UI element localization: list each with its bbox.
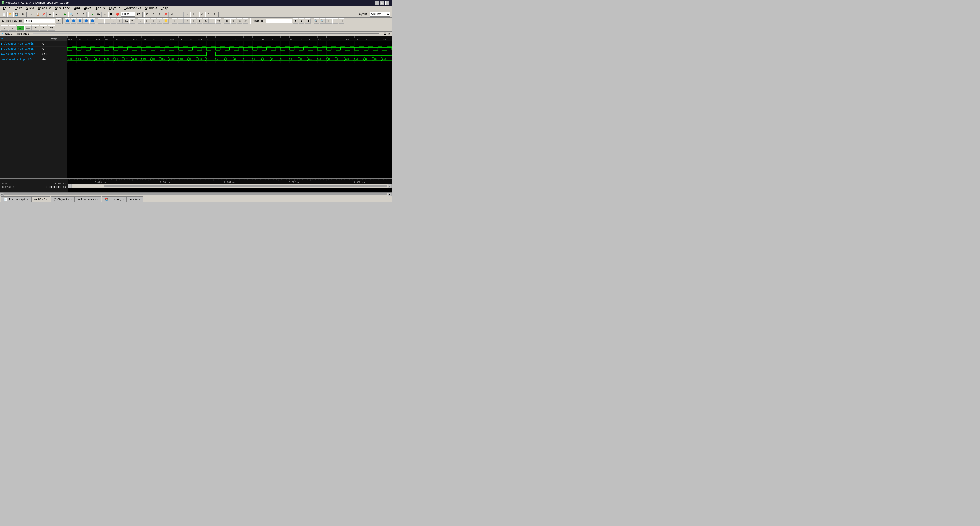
zoom-btn2[interactable]: ⊖	[231, 18, 236, 24]
sig-fmt4[interactable]: ▬▬	[24, 25, 32, 30]
zoom-out[interactable]: 🔍-	[320, 18, 326, 24]
sel-btn3[interactable]: ✛	[151, 18, 156, 24]
tab-wave-close[interactable]: ✕	[46, 198, 48, 201]
sim-btn3[interactable]: ⏭	[102, 12, 108, 17]
waveform-area[interactable]: 2412422432442452462472482492502512522532…	[67, 36, 391, 178]
sig-fmt1[interactable]: ▬	[1, 25, 8, 30]
scroll-left[interactable]: ◀	[68, 184, 72, 188]
menu-simulate[interactable]: Simulate	[53, 6, 72, 11]
close-button[interactable]: ✕	[385, 1, 390, 5]
fmt-btn2[interactable]: ↓	[178, 18, 184, 24]
step-button[interactable]: ⊞	[75, 12, 80, 17]
tab-transcript-close[interactable]: ✕	[27, 198, 28, 201]
sim-btn5[interactable]: 🔴	[115, 12, 120, 17]
collapse-btn[interactable]: ⬇	[184, 12, 190, 17]
scrollbar-track[interactable]	[72, 185, 387, 187]
menu-layout[interactable]: Layout	[107, 6, 122, 11]
wave-btn1[interactable]: ⊟	[144, 12, 150, 17]
zoom-btn4[interactable]: ≫	[243, 18, 248, 24]
sel-btn2[interactable]: ⊡	[144, 18, 150, 24]
menu-view[interactable]: View	[24, 6, 36, 11]
search-go[interactable]: ▶	[299, 18, 304, 24]
col-btn2[interactable]: 🔵	[71, 18, 76, 24]
scroll-right-main[interactable]: ▶	[388, 192, 391, 196]
paste-button[interactable]: 📌	[41, 12, 47, 17]
menu-tools[interactable]: Tools	[94, 6, 107, 11]
signal-row-cout[interactable]: /counter_top_tb/cout	[0, 52, 41, 57]
scroll-right[interactable]: ▶	[388, 184, 391, 188]
minimize-button[interactable]: _	[375, 1, 379, 5]
tab-wave[interactable]: 〜 Wave ✕	[31, 196, 50, 202]
expand-q-icon[interactable]: +	[0, 58, 2, 61]
run-button[interactable]: ▶	[62, 12, 68, 17]
cursor-btn3[interactable]: ⊙	[111, 18, 116, 24]
wave-btn5[interactable]: ⊗	[169, 12, 175, 17]
layout-select[interactable]: Simulate Debug	[370, 12, 390, 17]
wave-window-menu1[interactable]: ☰	[383, 32, 386, 35]
scrollbar-track-main[interactable]	[4, 193, 387, 195]
sig-fmt7[interactable]: ⌐¬	[48, 25, 55, 30]
sim-btn1[interactable]: ▶	[90, 12, 95, 17]
undo-button[interactable]: ↩	[47, 12, 53, 17]
fmt-btn1[interactable]: ↑	[172, 18, 178, 24]
sig-fmt3[interactable]: ▬	[17, 25, 24, 30]
sim-unit[interactable]: ▲▼	[135, 12, 141, 17]
tab-transcript[interactable]: 📄 Transcript ✕	[1, 196, 31, 202]
wave-btn2[interactable]: ⊞	[151, 12, 156, 17]
fmt-btn3[interactable]: ⇑	[184, 18, 190, 24]
menu-file[interactable]: File	[1, 6, 13, 11]
cut-button[interactable]: ✂	[29, 12, 34, 17]
ungroup-btn[interactable]: ⊖	[205, 12, 211, 17]
tab-sim-close[interactable]: ✕	[139, 198, 140, 201]
menu-wave[interactable]: Wave	[82, 6, 94, 11]
scroll-left-main[interactable]: ◀	[0, 192, 4, 196]
tab-objects[interactable]: ⬡ Objects ✕	[51, 196, 75, 202]
cursor-btn6[interactable]: ≡	[129, 18, 135, 24]
reorder-btn[interactable]: ↕	[212, 12, 217, 17]
open-button[interactable]: 📂	[7, 12, 13, 17]
sim-btn2[interactable]: ⏮	[96, 12, 102, 17]
find-button[interactable]: 🔍	[68, 12, 74, 17]
sig-fmt6[interactable]: ¬	[40, 25, 47, 30]
tab-processes-close[interactable]: ✕	[97, 198, 99, 201]
maximize-button[interactable]: □	[380, 1, 384, 5]
cursor-btn5[interactable]: ALL	[123, 18, 129, 24]
cursor-btn1[interactable]: |	[98, 18, 104, 24]
menu-edit[interactable]: Edit	[13, 6, 24, 11]
col-btn1[interactable]: 🔵	[65, 18, 70, 24]
search-prev[interactable]: ◀	[305, 18, 311, 24]
col-btn4[interactable]: 🔵	[83, 18, 89, 24]
save-button[interactable]: 💾	[13, 12, 19, 17]
menu-compile[interactable]: Compile	[36, 6, 53, 11]
new-button[interactable]: 📄	[1, 12, 7, 17]
fmt-btn8[interactable]: ⟺	[215, 18, 221, 24]
menu-window[interactable]: Window	[143, 6, 159, 11]
zoom-sel[interactable]: ⊟	[332, 18, 338, 24]
redo-button[interactable]: ↪	[53, 12, 59, 17]
sel-btn1[interactable]: ↖	[138, 18, 144, 24]
columnlayout-input[interactable]	[24, 19, 55, 23]
signal-row-q[interactable]: + /counter_top_tb/q	[0, 57, 41, 62]
tab-library[interactable]: 📚 Library ✕	[102, 196, 127, 202]
zoom-curs[interactable]: ⊡	[339, 18, 344, 24]
group-btn[interactable]: ⊕	[199, 12, 205, 17]
search-dropdown[interactable]: ▼	[293, 18, 298, 24]
menu-help[interactable]: Help	[159, 6, 170, 11]
sel-btn4[interactable]: ⇿	[157, 18, 162, 24]
wave-btn3[interactable]: ⊡	[157, 12, 162, 17]
fmt-btn6[interactable]: ⇅	[203, 18, 208, 24]
sig-fmt5[interactable]: ⌐	[32, 25, 40, 30]
signal-row-cin[interactable]: /counter_top_tb/cin	[0, 41, 41, 47]
print-button[interactable]: 🖨	[20, 12, 25, 17]
sel-btn5[interactable]: 🟨	[163, 18, 169, 24]
signal-row-clk[interactable]: /counter_top_tb/clk	[0, 47, 41, 52]
tab-sim[interactable]: ▶ sim ✕	[127, 196, 143, 202]
col-btn3[interactable]: 🔵	[77, 18, 83, 24]
tab-objects-close[interactable]: ✕	[70, 198, 72, 201]
fmt-btn7[interactable]: ↕	[209, 18, 215, 24]
scrollbar-thumb[interactable]	[72, 185, 103, 187]
cursor-btn4[interactable]: ⊠	[117, 18, 123, 24]
sig-fmt2[interactable]: ▭	[9, 25, 16, 30]
cursor-btn2[interactable]: ○	[104, 18, 110, 24]
zoom-fit[interactable]: ⊞	[326, 18, 332, 24]
